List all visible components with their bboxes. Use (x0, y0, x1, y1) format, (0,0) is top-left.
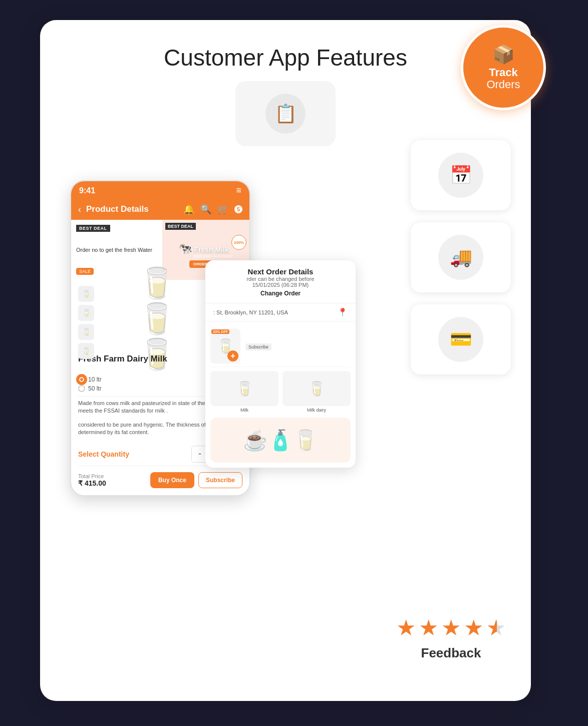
calendar-icon: 📅 (438, 153, 483, 198)
fresh-milk-title: Fresh Milk (194, 246, 233, 254)
nav-title: Product Details (86, 204, 178, 214)
radio-50ltr[interactable] (78, 385, 85, 392)
top-feature-card: 📋 (235, 81, 336, 146)
profile-icon: 📋 (265, 94, 306, 134)
change-order-link[interactable]: Change Order (213, 288, 348, 299)
buy-action-row: Total Price ₹ 415.00 Buy Once Subscribe (78, 466, 242, 495)
overlay-subscribe-tag[interactable]: Subscribe (245, 341, 271, 350)
option-10ltr-label: 10 ltr (88, 376, 102, 383)
total-price-label: Total Price (78, 473, 106, 479)
sale-badge: SALE (76, 268, 94, 275)
delivery-icon: 🚚 (438, 235, 483, 280)
track-orders-badge[interactable]: 📦 Track Orders (461, 25, 546, 110)
add-to-cart-icon[interactable]: + (227, 350, 238, 361)
product-main-image: 🥛🥛🥛 (120, 286, 200, 351)
right-icon-card-delivery: 🚚 (411, 222, 511, 292)
right-icon-list: 📅 🚚 💳 (411, 140, 511, 375)
product-thumbnails: 🥛 🥛 🥛 🥛 (78, 286, 94, 359)
bottom-product-milk: 🥛 Milk (210, 371, 278, 413)
location-icon: 📍 (338, 307, 348, 317)
right-icon-card-payment: 💳 (411, 304, 511, 375)
address-text: : St, Brooklyn, NY 11201, USA (213, 309, 288, 315)
orders-label: Orders (486, 78, 520, 91)
total-price-section: Total Price ₹ 415.00 (78, 473, 106, 487)
right-icon-card-calendar: 📅 (411, 140, 511, 210)
overlay-product-img-1: 33% OFF 🥛 + (210, 328, 240, 364)
mug-product-card: ☕🧴🥛 (210, 418, 351, 463)
discount-badge: 33% OFF (211, 329, 229, 334)
back-icon[interactable]: ‹ (78, 204, 81, 215)
milk-product-img: 🥛 (210, 371, 278, 406)
thumb-3[interactable]: 🥛 (78, 324, 94, 340)
bottom-product-milk-dairy: 🥛 Milk dairy (282, 371, 351, 413)
thumb-4[interactable]: 🥛 (78, 343, 94, 359)
star-3: ★ (441, 615, 461, 640)
main-card: Customer App Features 📦 Track Orders 📋 📅… (40, 20, 531, 701)
payment-icon: 💳 (438, 317, 483, 362)
thumb-1[interactable]: 🥛 (78, 286, 94, 302)
overlay-title: Next Order Details (213, 267, 348, 276)
milk-dairy-product-label: Milk dairy (307, 408, 326, 413)
milk-product-label: Milk (240, 408, 248, 413)
best-deal-badge-left: BEST DEAL (76, 225, 110, 232)
feedback-section: ★ ★ ★ ★ ★ ★ Feedback (396, 615, 506, 661)
search-icon[interactable]: 🔍 (200, 204, 211, 215)
best-deal-badge-right: BEST DEAL (165, 223, 196, 230)
track-label: Track (489, 67, 518, 78)
status-icons: ≡ (236, 185, 241, 196)
overlay-address: : St, Brooklyn, NY 11201, USA 📍 (205, 303, 356, 321)
stars-row: ★ ★ ★ ★ ★ ★ (396, 615, 506, 640)
overlay-bottom-products: 🥛 Milk 🥛 Milk dairy (205, 371, 356, 418)
hundred-pct-badge: 100% (231, 235, 246, 250)
star-2: ★ (419, 615, 438, 640)
cart-icon[interactable]: 🛒 (217, 204, 228, 215)
banner-subtitle: from cows & domestic (194, 254, 233, 258)
overlay-product-list: 33% OFF 🥛 + Subscribe (205, 321, 356, 371)
status-time: 9:41 (79, 186, 95, 195)
banner-text: Order no to get the fresh Water (76, 246, 157, 253)
nav-action-icons: 🔔 🔍 🛒 5 (183, 204, 242, 215)
box-icon: 📦 (492, 44, 515, 65)
feedback-label: Feedback (421, 645, 481, 661)
phone-nav-bar: ‹ Product Details 🔔 🔍 🛒 5 (71, 200, 249, 220)
star-4: ★ (464, 615, 483, 640)
overlay-subtitle: rder can be changed before 15/01/2025 (0… (213, 276, 348, 288)
subscribe-button[interactable]: Subscribe (198, 472, 242, 488)
select-quantity-label: Select Quantity (78, 450, 129, 458)
buy-buttons: Buy Once Subscribe (150, 472, 242, 488)
radio-10ltr[interactable] (78, 376, 85, 383)
buy-once-button[interactable]: Buy Once (150, 472, 194, 488)
overlay-header: Next Order Details rder can be changed b… (205, 260, 356, 303)
thumb-2[interactable]: 🥛 (78, 305, 94, 321)
milk-dairy-product-img: 🥛 (282, 371, 351, 406)
option-50ltr-label: 50 ltr (88, 385, 102, 392)
total-price-value: ₹ 415.00 (78, 479, 106, 487)
cart-badge: 5 (234, 205, 242, 213)
next-order-overlay: Next Order Details rder can be changed b… (205, 260, 356, 468)
bell-icon[interactable]: 🔔 (183, 204, 194, 215)
star-1: ★ (396, 615, 416, 640)
star-5-half: ★ ★ (486, 615, 506, 640)
status-bar: 9:41 ≡ (71, 181, 249, 200)
filter-icon: ≡ (236, 185, 241, 196)
page-title: Customer App Features (40, 20, 531, 81)
overlay-product-item-1: 33% OFF 🥛 + Subscribe (210, 325, 351, 367)
